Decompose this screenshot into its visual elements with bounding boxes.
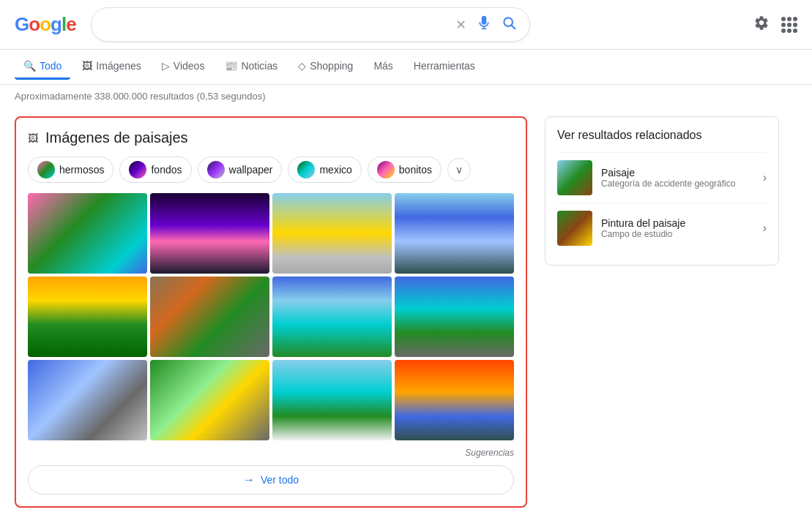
images-box-header: 🖼 Imágenes de paisajes [28,129,514,146]
arrow-icon: → [243,473,255,486]
related-item-1[interactable]: Paisaje Categoría de accidente geográfic… [557,152,767,203]
logo-o1: o [29,13,40,36]
sugerencias-label: Sugerencias [28,448,514,458]
right-column: Ver resultados relacionados Paisaje Cate… [545,116,779,515]
nav-herramientas-label: Herramientas [414,60,475,72]
mic-button[interactable] [475,14,493,35]
image-cell-6[interactable] [150,277,269,357]
related-box: Ver resultados relacionados Paisaje Cate… [545,116,779,266]
header: Google paisajes ✕ [0,0,812,50]
chip-hermosos[interactable]: hermosos [28,157,113,183]
image-cell-5[interactable] [28,277,147,357]
related-thumb-1 [557,160,592,195]
noticias-icon: 📰 [225,60,237,72]
nav-shopping[interactable]: ◇ Shopping [289,54,362,80]
todo-icon: 🔍 [23,60,36,72]
logo-g2: g [51,13,62,36]
chip-mexico[interactable]: mexico [288,157,361,183]
chip-fondos[interactable]: fondos [119,157,191,183]
image-cell-7[interactable] [272,277,392,357]
images-box-icon: 🖼 [28,132,38,144]
results-count: Aproximadamente 338.000.000 resultados (… [15,91,266,102]
related-thumb-2 [557,211,592,246]
chip-fondos-label: fondos [151,164,182,176]
chip-hermosos-avatar [37,161,55,178]
chip-bonitos[interactable]: bonitos [368,157,442,183]
nav-shopping-label: Shopping [310,60,353,72]
search-icons: ✕ [454,14,518,35]
nav-todo-label: Todo [40,60,62,72]
image-grid [28,193,514,440]
imagenes-icon: 🖼 [82,60,92,72]
nav-videos[interactable]: ▷ Videos [153,54,214,80]
nav-mas[interactable]: Más [365,54,401,80]
logo-g: G [15,13,29,36]
clear-button[interactable]: ✕ [454,15,468,34]
search-bar: paisajes ✕ [91,7,530,42]
header-right [753,15,797,34]
image-cell-11[interactable] [272,360,392,440]
shopping-icon: ◇ [298,60,306,72]
related-name-1: Paisaje [601,167,754,178]
image-cell-12[interactable] [395,360,514,440]
chip-mexico-label: mexico [319,164,351,176]
filter-chips: hermosos fondos wallpaper mexico bonitos [28,157,514,183]
chip-wallpaper-label: wallpaper [229,164,273,176]
nav-imagenes[interactable]: 🖼 Imágenes [73,54,149,80]
image-cell-4[interactable] [395,193,514,274]
ver-todo-button[interactable]: → Ver todo [28,465,514,495]
left-column: 🖼 Imágenes de paisajes hermosos fondos w… [15,116,527,515]
svg-line-3 [511,26,515,29]
results-info: Aproximadamente 338.000.000 resultados (… [0,85,812,108]
nav-noticias-label: Noticias [241,60,278,72]
chip-fondos-avatar [129,161,146,178]
nav-videos-label: Videos [174,60,205,72]
image-cell-9[interactable] [28,360,147,440]
related-title: Ver resultados relacionados [557,129,767,142]
image-cell-2[interactable] [150,193,269,274]
chip-more-button[interactable]: ∨ [447,158,471,181]
chip-mexico-avatar [297,161,315,178]
chip-hermosos-label: hermosos [59,164,104,176]
videos-icon: ▷ [162,60,170,72]
apps-grid-icon [781,17,797,33]
chip-wallpaper-avatar [207,161,225,178]
apps-button[interactable] [781,17,797,33]
chip-wallpaper[interactable]: wallpaper [198,157,283,183]
logo-o2: o [40,13,51,36]
related-name-2: Pintura del paisaje [601,217,754,229]
search-button[interactable] [500,14,518,35]
images-box: 🖼 Imágenes de paisajes hermosos fondos w… [15,116,527,508]
chip-bonitos-avatar [377,161,395,178]
nav-imagenes-label: Imágenes [96,60,141,72]
settings-button[interactable] [753,15,770,34]
images-box-title: Imágenes de paisajes [45,129,188,146]
main-content: 🖼 Imágenes de paisajes hermosos fondos w… [0,108,812,515]
image-cell-1[interactable] [28,193,147,274]
nav-todo[interactable]: 🔍 Todo [15,54,70,80]
logo-e: e [66,13,75,36]
ver-todo-label: Ver todo [261,474,299,486]
related-sub-2: Campo de estudio [601,229,754,239]
related-item-2[interactable]: Pintura del paisaje Campo de estudio › [557,203,767,253]
image-cell-3[interactable] [272,193,392,274]
image-cell-8[interactable] [395,277,514,357]
related-text-1: Paisaje Categoría de accidente geográfic… [601,167,754,189]
image-cell-10[interactable] [150,360,269,440]
nav-noticias[interactable]: 📰 Noticias [216,54,286,80]
chevron-right-icon-2: › [763,222,767,235]
nav-herramientas[interactable]: Herramientas [405,54,484,80]
nav-bar: 🔍 Todo 🖼 Imágenes ▷ Videos 📰 Noticias ◇ … [0,50,812,85]
chevron-down-icon: ∨ [455,164,463,176]
chip-bonitos-label: bonitos [399,164,432,176]
related-sub-1: Categoría de accidente geográfico [601,178,754,189]
google-logo: Google [15,13,76,36]
nav-mas-label: Más [373,60,392,72]
related-text-2: Pintura del paisaje Campo de estudio [601,217,754,239]
chevron-right-icon-1: › [763,171,767,184]
search-input[interactable]: paisajes [103,18,447,31]
